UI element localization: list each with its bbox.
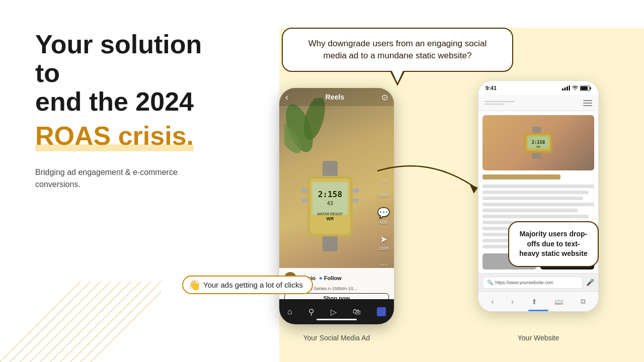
subtitle: Bridging ad engagement & e-commerce conv…: [35, 166, 221, 191]
svg-line-8: [70, 282, 161, 362]
logo-placeholder: [485, 101, 515, 105]
like-button[interactable]: ♡ 5000: [377, 178, 390, 198]
comment-count: 600: [380, 220, 387, 225]
status-bar: 9:41: [478, 81, 598, 95]
desc-line-2: [482, 191, 589, 194]
svg-text:WR: WR: [536, 146, 541, 148]
wifi-icon: [572, 85, 578, 90]
heart-icon: ♡: [379, 178, 389, 192]
svg-text:2:158: 2:158: [532, 140, 545, 145]
speech-bubble-text: Why downgrade users from an engaging soc…: [297, 38, 498, 62]
svg-rect-14: [323, 234, 338, 251]
svg-rect-32: [569, 85, 571, 90]
menu-line-3: [583, 105, 592, 106]
plant-overlay: [284, 98, 330, 158]
like-count: 5000: [378, 193, 388, 198]
browser-forward-button[interactable]: ›: [511, 297, 514, 306]
status-icons: [562, 85, 591, 91]
bottom-navigation: ⌂ ⚲ ▷ 🛍: [279, 299, 394, 324]
share-icon: ➤: [380, 234, 387, 245]
desc-line-1: [482, 185, 594, 188]
profile-nav-icon[interactable]: [377, 307, 386, 316]
comment-icon: 💬: [377, 207, 390, 219]
speech-bubble: Why downgrade users from an engaging soc…: [282, 28, 513, 72]
hamburger-menu-icon[interactable]: [583, 100, 592, 106]
svg-line-5: [40, 282, 131, 362]
reels-nav-icon[interactable]: ▷: [331, 307, 337, 317]
svg-rect-23: [301, 199, 307, 203]
dropoff-bubble: Majority users drop-offs due to text-hea…: [508, 221, 599, 267]
svg-line-7: [60, 282, 151, 362]
status-time: 9:41: [486, 85, 497, 91]
share-count: 1000: [378, 246, 388, 251]
website-product-image: 2:158 WR: [482, 115, 594, 170]
website-inner: 9:41: [478, 81, 598, 311]
svg-line-2: [10, 282, 101, 362]
reels-top-bar: ‹ Reels ⊙: [279, 88, 394, 106]
browser-share-button[interactable]: ⬆: [531, 298, 537, 306]
reels-label: Reels: [326, 93, 344, 101]
svg-rect-35: [590, 87, 592, 89]
signal-icon: [562, 85, 570, 90]
browser-tabs-button[interactable]: ⧉: [581, 297, 586, 306]
svg-rect-22: [301, 189, 307, 193]
svg-rect-25: [353, 199, 359, 203]
follow-button[interactable]: Follow: [324, 275, 342, 281]
battery-icon: [580, 85, 591, 91]
url-bar: 🔍 https://www.yourwebsite.com 🎤: [478, 273, 598, 291]
svg-line-1: [0, 282, 91, 362]
roas-text: ROAS crisis.: [35, 122, 194, 150]
browser-bookmarks-button[interactable]: 📖: [554, 298, 563, 306]
browser-active-indicator: [528, 310, 548, 311]
url-text: https://www.yourwebsite.com: [495, 280, 553, 285]
decorative-lines: [0, 272, 161, 362]
phone-website: 9:41: [478, 80, 599, 312]
logo-line-1: [485, 101, 515, 102]
clicks-bubble: 👋 Your ads getting a lot of clicks: [182, 276, 313, 294]
camera-icon[interactable]: ⊙: [381, 93, 388, 102]
menu-line-1: [583, 100, 592, 101]
dropoff-text: Majority users drop-offs due to text-hea…: [519, 230, 587, 257]
logo-line-2: [485, 104, 505, 105]
svg-rect-29: [562, 88, 564, 90]
verified-dot: [319, 277, 322, 280]
browser-back-button[interactable]: ‹: [491, 297, 494, 306]
website-phone-label: Your Website: [478, 334, 599, 342]
browser-navigation-bar: ‹ › ⬆ 📖 ⧉: [478, 291, 598, 311]
nav-indicator: [316, 319, 357, 320]
product-title: [482, 174, 560, 179]
desc-line-5: [482, 209, 578, 212]
left-panel: Your solution to end the 2024 ROAS crisi…: [0, 0, 247, 362]
back-icon[interactable]: ‹: [285, 92, 288, 103]
svg-text:43: 43: [327, 201, 333, 206]
microphone-icon[interactable]: 🎤: [586, 279, 594, 286]
svg-line-6: [50, 282, 141, 362]
svg-line-3: [20, 282, 111, 362]
shop-nav-icon[interactable]: 🛍: [353, 307, 361, 316]
white-top-overlay: [277, 0, 644, 28]
url-search-icon: 🔍: [487, 280, 493, 285]
hand-emoji-icon: 👋: [188, 279, 201, 291]
roas-line: ROAS crisis.: [35, 122, 221, 150]
clicks-bubble-text: Your ads getting a lot of clicks: [203, 281, 303, 289]
svg-text:WR: WR: [327, 216, 334, 221]
url-input[interactable]: 🔍 https://www.yourwebsite.com: [482, 277, 583, 289]
website-topbar: [478, 95, 598, 111]
svg-rect-34: [581, 86, 588, 90]
svg-rect-31: [567, 86, 568, 90]
home-nav-icon[interactable]: ⌂: [287, 307, 292, 316]
menu-line-2: [583, 103, 592, 104]
desc-line-4: [482, 203, 594, 206]
svg-text:WATER RESIST: WATER RESIST: [317, 212, 343, 216]
desc-line-3: [482, 197, 583, 200]
comment-button[interactable]: 💬 600: [377, 207, 390, 225]
svg-rect-13: [323, 161, 338, 178]
search-nav-icon[interactable]: ⚲: [308, 307, 314, 317]
svg-rect-30: [565, 87, 566, 90]
headline-line1: Your solution to end the 2024: [35, 30, 221, 117]
action-icons: ♡ 5000 💬 600 ➤ 1000 ⋯: [377, 178, 390, 270]
svg-line-4: [30, 282, 121, 362]
svg-line-0: [0, 282, 80, 362]
share-button[interactable]: ➤ 1000: [377, 234, 390, 251]
svg-rect-24: [353, 189, 359, 193]
